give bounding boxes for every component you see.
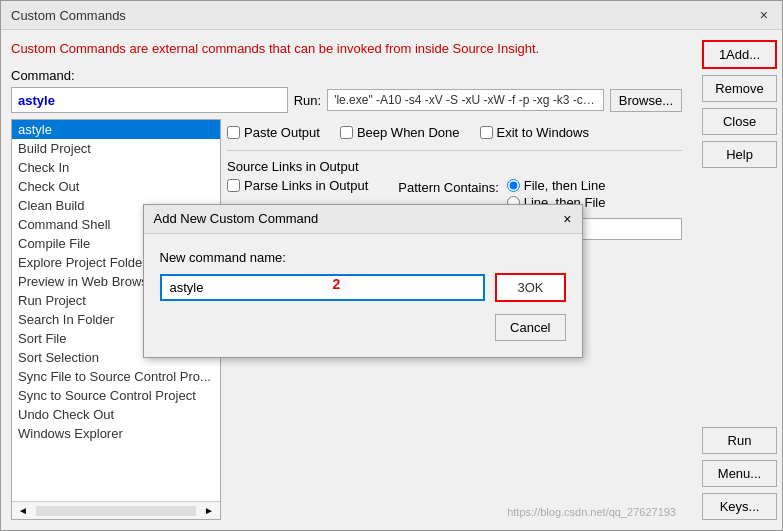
list-item[interactable]: Check In [12, 158, 220, 177]
exit-to-windows-checkbox-label[interactable]: Exit to Windows [480, 125, 589, 140]
right-buttons-panel: 1Add... Remove Close Help Run Menu... Ke… [692, 30, 782, 530]
dialog-close-icon[interactable]: × [563, 211, 571, 227]
selected-command: astyle [18, 93, 55, 108]
radio-file-then-line-text: File, then Line [524, 178, 606, 193]
command-run-row: astyle Run: 'le.exe" -A10 -s4 -xV -S -xU… [11, 87, 682, 113]
dialog-cancel-button[interactable]: Cancel [495, 314, 565, 341]
run-label: Run: [294, 93, 321, 108]
new-command-input[interactable] [160, 274, 486, 301]
list-item[interactable]: Sync File to Source Control Pro... [12, 367, 220, 386]
add-button[interactable]: 1Add... [702, 40, 777, 69]
list-item[interactable]: Undo Check Out [12, 405, 220, 424]
dialog-title: Add New Custom Command [154, 211, 319, 226]
add-command-dialog: Add New Custom Command × New command nam… [143, 204, 583, 358]
parse-links-label: Parse Links in Output [244, 178, 368, 193]
options-row: Paste Output Beep When Done Exit to Wind… [227, 119, 682, 146]
pattern-contains-label: Pattern Contains: [398, 180, 498, 195]
paste-output-checkbox-label[interactable]: Paste Output [227, 125, 320, 140]
dialog-label: New command name: [160, 250, 566, 265]
paste-output-label: Paste Output [244, 125, 320, 140]
source-links-title: Source Links in Output [227, 159, 682, 174]
list-item[interactable]: astyle [12, 120, 220, 139]
radio-file-then-line-label[interactable]: File, then Line [507, 178, 606, 193]
dialog-ok-button[interactable]: 3OK [495, 273, 565, 302]
command-display: astyle [11, 87, 288, 113]
list-item[interactable]: Windows Explorer [12, 424, 220, 443]
menu-button[interactable]: Menu... [702, 460, 777, 487]
command-label: Command: [11, 68, 682, 83]
description-text: Custom Commands are external commands th… [11, 40, 682, 58]
close-button[interactable]: Close [702, 108, 777, 135]
window-title: Custom Commands [11, 8, 126, 23]
dialog-content: New command name: 3OK Cancel [144, 234, 582, 357]
list-scroll-left[interactable]: ◄ [12, 503, 34, 518]
exit-to-windows-checkbox[interactable] [480, 126, 493, 139]
description-link: from [385, 41, 411, 56]
window-close-icon[interactable]: × [756, 7, 772, 23]
list-item[interactable]: Sync to Source Control Project [12, 386, 220, 405]
dialog-titlebar: Add New Custom Command × [144, 205, 582, 234]
browse-button[interactable]: Browse... [610, 89, 682, 112]
beep-when-done-checkbox[interactable] [340, 126, 353, 139]
keys-button[interactable]: Keys... [702, 493, 777, 520]
list-item[interactable]: Build Project [12, 139, 220, 158]
watermark-text: https://blog.csdn.net/qq_27627193 [227, 504, 682, 520]
help-button[interactable]: Help [702, 141, 777, 168]
description-before: Custom Commands are external commands th… [11, 41, 385, 56]
description-after: inside Source Insight. [411, 41, 539, 56]
main-window: Custom Commands × Custom Commands are ex… [0, 0, 783, 531]
beep-when-done-label: Beep When Done [357, 125, 460, 140]
dialog-buttons: Cancel [160, 314, 566, 341]
paste-output-checkbox[interactable] [227, 126, 240, 139]
beep-when-done-checkbox-label[interactable]: Beep When Done [340, 125, 460, 140]
radio-file-then-line[interactable] [507, 179, 520, 192]
parse-links-checkbox[interactable] [227, 179, 240, 192]
run-value: 'le.exe" -A10 -s4 -xV -S -xU -xW -f -p -… [327, 89, 604, 111]
run-button[interactable]: Run [702, 427, 777, 454]
list-scroll-right[interactable]: ► [198, 503, 220, 518]
remove-button[interactable]: Remove [702, 75, 777, 102]
titlebar: Custom Commands × [1, 1, 782, 30]
parse-links-checkbox-label[interactable]: Parse Links in Output [227, 178, 368, 193]
exit-to-windows-label: Exit to Windows [497, 125, 589, 140]
list-item[interactable]: Check Out [12, 177, 220, 196]
dialog-input-row: 3OK [160, 273, 566, 302]
